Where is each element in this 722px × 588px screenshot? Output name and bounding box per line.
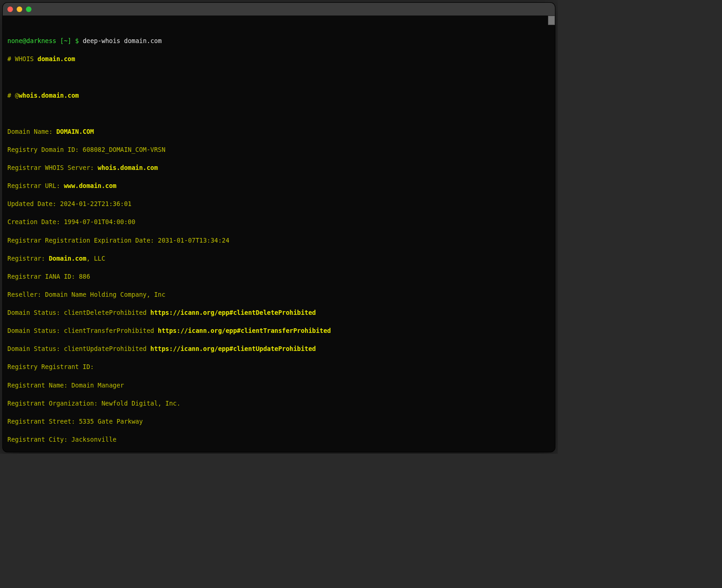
scrollbar-thumb[interactable] <box>548 16 555 25</box>
registry-domain-id: Registry Domain ID: 608082_DOMAIN_COM-VR… <box>7 145 550 155</box>
registrar-iana: Registrar IANA ID: 886 <box>7 272 550 281</box>
registrar-line: Registrar: Domain.com, LLC <box>7 254 550 263</box>
whois-server-name: whois.domain.com <box>19 92 79 99</box>
command-text: deep-whois domain.com <box>83 37 162 44</box>
titlebar <box>3 3 555 16</box>
creation-date: Creation Date: 1994-07-01T04:00:00 <box>7 218 550 227</box>
terminal-window: none@darkness [~] $ deep-whois domain.co… <box>3 3 555 452</box>
registrant-city: Registrant City: Jacksonville <box>7 435 550 444</box>
close-icon[interactable] <box>7 6 13 12</box>
maximize-icon[interactable] <box>26 6 31 12</box>
domain-status-1: Domain Status: clientDeleteProhibited ht… <box>7 308 550 318</box>
whois-header-domain: domain.com <box>37 55 75 63</box>
updated-date: Updated Date: 2024-01-22T21:36:01 <box>7 200 550 209</box>
registrant-org: Registrant Organization: Newfold Digital… <box>7 399 550 408</box>
prompt-user-host: none@darkness <box>7 37 56 44</box>
domain-status-3: Domain Status: clientUpdateProhibited ht… <box>7 344 550 354</box>
prompt-line: none@darkness [~] $ deep-whois domain.co… <box>7 37 550 46</box>
prompt-cwd: [~] <box>60 37 71 44</box>
whois-header: # WHOIS domain.com <box>7 55 550 64</box>
minimize-icon[interactable] <box>17 6 22 12</box>
expiration-date: Registrar Registration Expiration Date: … <box>7 236 550 245</box>
prompt-dollar: $ <box>75 37 79 44</box>
registry-registrant-id: Registry Registrant ID: <box>7 363 550 372</box>
domain-status-2: Domain Status: clientTransferProhibited … <box>7 326 550 336</box>
whois-server-header: # @whois.domain.com <box>7 91 550 100</box>
registrant-street: Registrant Street: 5335 Gate Parkway <box>7 417 550 426</box>
registrar-url-line: Registrar URL: www.domain.com <box>7 181 550 191</box>
terminal-body[interactable]: none@darkness [~] $ deep-whois domain.co… <box>3 16 555 452</box>
registrant-name: Registrant Name: Domain Manager <box>7 381 550 390</box>
domain-name-line: Domain Name: DOMAIN.COM <box>7 127 550 137</box>
registrar-whois-line: Registrar WHOIS Server: whois.domain.com <box>7 163 550 173</box>
reseller: Reseller: Domain Name Holding Company, I… <box>7 290 550 300</box>
